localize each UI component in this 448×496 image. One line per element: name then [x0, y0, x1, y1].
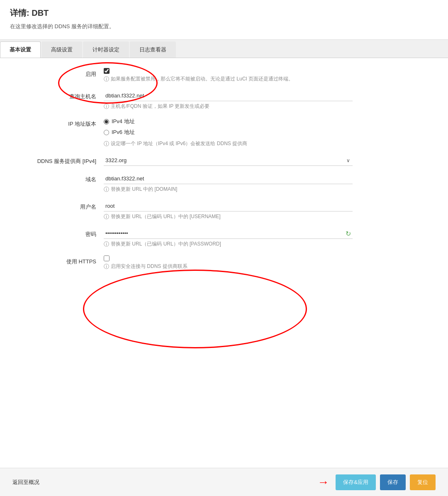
content-area: 启用 ⓘ 如果服务配置被禁用，那么它将不能被启动。无论是通过 LuCI 页面还是…: [0, 58, 448, 288]
password-control: ↻ ⓘ 替换更新 URL（已编码 URL）中的 [PASSWORD]: [104, 228, 353, 248]
hostname-hint: ⓘ 主机名/FQDN 验证，如果 IP 更新发生或必要: [104, 103, 353, 110]
ip-version-radio-group: IPv4 地址 IPv6 地址: [104, 118, 353, 136]
form-row-ddns-provider: DDNS 服务提供商 [IPv4] 3322.org dyndns.org fr…: [12, 155, 436, 166]
ipv4-radio-label[interactable]: IPv4 地址: [104, 118, 353, 125]
password-hint: ⓘ 替换更新 URL（已编码 URL）中的 [PASSWORD]: [104, 241, 353, 248]
save-apply-button[interactable]: 保存&应用: [336, 474, 376, 490]
ip-version-control: IPv4 地址 IPv6 地址 ⓘ 设定哪一个 IP 地址（IPv4 或 IPv…: [104, 118, 353, 148]
ip-version-hint: ⓘ 设定哪一个 IP 地址（IPv4 或 IPv6）会被发送给 DDNS 提供商: [104, 140, 353, 148]
save-button[interactable]: 保存: [380, 474, 406, 490]
enable-checkbox-wrap: [104, 68, 353, 74]
enable-hint-icon: ⓘ: [104, 75, 109, 83]
domain-label: 域名: [12, 173, 104, 183]
enable-label: 启用: [12, 68, 104, 78]
tab-timer[interactable]: 计时器设定: [83, 41, 129, 58]
form-row-domain: 域名 ⓘ 替换更新 URL 中的 [DOMAIN]: [12, 173, 436, 193]
page-title: 详情: DBT: [10, 7, 438, 19]
form-row-enable: 启用 ⓘ 如果服务配置被禁用，那么它将不能被启动。无论是通过 LuCI 页面还是…: [12, 68, 436, 83]
hostname-label: 查询主机名: [12, 90, 104, 100]
ip-version-hint-icon: ⓘ: [104, 140, 109, 148]
username-input[interactable]: [104, 201, 353, 212]
ipv6-radio-label[interactable]: IPv6 地址: [104, 129, 353, 136]
footer-spacer: [0, 288, 448, 321]
back-link[interactable]: 返回至概况: [12, 479, 39, 486]
enable-hint: ⓘ 如果服务配置被禁用，那么它将不能被启动。无论是通过 LuCI 页面还是通过终…: [104, 75, 353, 83]
page-wrapper: 详情: DBT 在这里修改选择的 DDNS 服务的详细配置。 基本设置 高级设置…: [0, 0, 448, 496]
https-hint: ⓘ 启用安全连接与 DDNS 提供商联系: [104, 263, 353, 270]
arrow-right-icon: →: [317, 476, 329, 489]
https-label: 使用 HTTPS: [12, 255, 104, 265]
https-checkbox[interactable]: [104, 255, 110, 261]
bottom-actions: → 保存&应用 保存 复位: [317, 474, 436, 490]
username-control: ⓘ 替换更新 URL（已编码 URL）中的 [USERNAME]: [104, 201, 353, 221]
tab-advanced[interactable]: 高级设置: [41, 41, 82, 58]
ip-version-label: IP 地址版本: [12, 118, 104, 128]
username-hint: ⓘ 替换更新 URL（已编码 URL）中的 [USERNAME]: [104, 213, 353, 221]
tabs-bar: 基本设置 高级设置 计时器设定 日志查看器: [0, 40, 448, 58]
password-hint-icon: ⓘ: [104, 241, 109, 248]
ipv6-radio[interactable]: [104, 130, 109, 135]
hostname-control: ⓘ 主机名/FQDN 验证，如果 IP 更新发生或必要: [104, 90, 353, 110]
form-row-username: 用户名 ⓘ 替换更新 URL（已编码 URL）中的 [USERNAME]: [12, 201, 436, 221]
ddns-provider-select-wrapper: 3322.org dyndns.org freedns.afraid.org n…: [104, 155, 353, 166]
domain-hint-icon: ⓘ: [104, 186, 109, 193]
ipv4-radio[interactable]: [104, 119, 109, 124]
page-subtitle: 在这里修改选择的 DDNS 服务的详细配置。: [10, 23, 438, 30]
password-label: 密码: [12, 228, 104, 238]
ddns-provider-control: 3322.org dyndns.org freedns.afraid.org n…: [104, 155, 353, 166]
hostname-input[interactable]: [104, 90, 353, 101]
ddns-provider-label: DDNS 服务提供商 [IPv4]: [12, 155, 104, 165]
domain-hint: ⓘ 替换更新 URL 中的 [DOMAIN]: [104, 186, 353, 193]
tab-basic[interactable]: 基本设置: [0, 41, 41, 58]
ddns-provider-select[interactable]: 3322.org dyndns.org freedns.afraid.org n…: [104, 155, 353, 166]
https-checkbox-wrap: [104, 255, 353, 261]
enable-control: ⓘ 如果服务配置被禁用，那么它将不能被启动。无论是通过 LuCI 页面还是通过终…: [104, 68, 353, 83]
username-label: 用户名: [12, 201, 104, 211]
form-row-hostname: 查询主机名 ⓘ 主机名/FQDN 验证，如果 IP 更新发生或必要: [12, 90, 436, 110]
form-row-ip-version: IP 地址版本 IPv4 地址 IPv6 地址 ⓘ 设定哪一个 IP 地址（IP…: [12, 118, 436, 148]
username-hint-icon: ⓘ: [104, 213, 109, 221]
password-input[interactable]: [104, 228, 353, 239]
domain-control: ⓘ 替换更新 URL 中的 [DOMAIN]: [104, 173, 353, 193]
reset-button[interactable]: 复位: [410, 474, 436, 490]
bottom-bar: 返回至概况 → 保存&应用 保存 复位: [0, 468, 448, 496]
page-header: 详情: DBT 在这里修改选择的 DDNS 服务的详细配置。: [0, 0, 448, 40]
form-row-password: 密码 ↻ ⓘ 替换更新 URL（已编码 URL）中的 [PASSWORD]: [12, 228, 436, 248]
password-input-wrap: ↻: [104, 228, 353, 239]
domain-input[interactable]: [104, 173, 353, 184]
form-row-https: 使用 HTTPS ⓘ 启用安全连接与 DDNS 提供商联系: [12, 255, 436, 270]
https-hint-icon: ⓘ: [104, 263, 109, 270]
enable-checkbox[interactable]: [104, 68, 110, 74]
tab-log[interactable]: 日志查看器: [130, 41, 176, 58]
refresh-icon[interactable]: ↻: [346, 230, 351, 238]
hostname-hint-icon: ⓘ: [104, 103, 109, 110]
https-control: ⓘ 启用安全连接与 DDNS 提供商联系: [104, 255, 353, 270]
